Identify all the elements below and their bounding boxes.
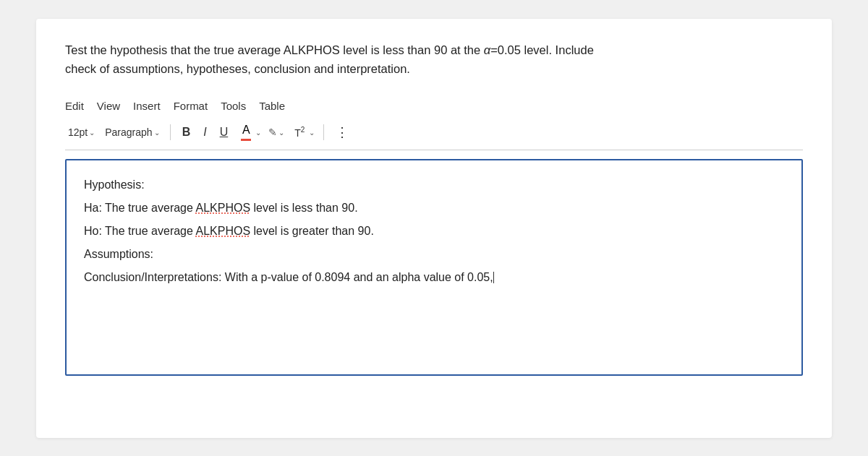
font-size-chevron-icon: ⌄ [89,129,95,137]
superscript-dropdown[interactable]: T2 ⌄ [290,123,316,142]
text-cursor [493,272,495,283]
hypothesis-heading-line: Hypothesis: [84,175,784,195]
paragraph-chevron-icon: ⌄ [154,129,160,137]
question-body: Test the hypothesis that the true averag… [65,43,594,75]
more-options-button[interactable]: ⋮ [331,123,354,142]
ho-line: Ho: The true average ALKPHOS level is gr… [84,221,784,241]
menu-format[interactable]: Format [174,98,208,113]
font-color-button: A [238,122,254,142]
font-color-letter: A [242,124,250,137]
font-color-chevron-icon: ⌄ [255,129,261,137]
italic-button[interactable]: I [199,124,210,140]
font-size-dropdown[interactable]: 12pt ⌄ [65,125,98,139]
assumptions-line: Assumptions: [84,244,784,264]
ha-line: Ha: The true average ALKPHOS level is le… [84,198,784,218]
conclusion-label: Conclusion/Interpretations: With a p-val… [84,271,493,283]
superscript-button: T2 [292,124,307,140]
bold-button[interactable]: B [178,124,195,140]
page-container: Test the hypothesis that the true averag… [36,19,832,438]
menu-bar: Edit View Insert Format Tools Table [65,98,803,113]
font-size-value: 12pt [68,126,88,138]
menu-table[interactable]: Table [259,98,285,113]
menu-view[interactable]: View [97,98,120,113]
highlight-chevron-icon: ⌄ [278,129,284,137]
ha-label: Ha: The true average ALKPHOS level is le… [84,202,358,214]
superscript-chevron-icon: ⌄ [309,129,315,137]
underline-button[interactable]: U [216,124,233,140]
editor-area[interactable]: Hypothesis: Ha: The true average ALKPHOS… [65,159,803,376]
highlight-icon: ✎ [268,126,277,138]
alkphos-ho: ALKPHOS [195,225,250,237]
highlight-color-dropdown[interactable]: ✎ ⌄ [267,125,286,139]
conclusion-line: Conclusion/Interpretations: With a p-val… [84,267,784,288]
menu-edit[interactable]: Edit [65,98,84,113]
paragraph-style-dropdown[interactable]: Paragraph ⌄ [102,125,162,139]
assumptions-label: Assumptions: [84,248,153,260]
alpha-symbol: α [484,43,490,56]
toolbar-divider-2 [323,124,324,140]
menu-insert[interactable]: Insert [133,98,161,113]
font-color-dropdown[interactable]: A ⌄ [237,121,263,144]
menu-tools[interactable]: Tools [221,98,246,113]
alkphos-ha: ALKPHOS [195,202,250,214]
font-color-bar [241,139,251,141]
question-text: Test the hypothesis that the true averag… [65,40,803,79]
toolbar-divider-1 [170,124,171,140]
ho-label: Ho: The true average ALKPHOS level is gr… [84,225,374,237]
format-bar: 12pt ⌄ Paragraph ⌄ B I U A ⌄ ✎ ⌄ T2 ⌄ [65,121,803,150]
paragraph-style-value: Paragraph [105,126,152,138]
hypothesis-label: Hypothesis: [84,178,145,191]
